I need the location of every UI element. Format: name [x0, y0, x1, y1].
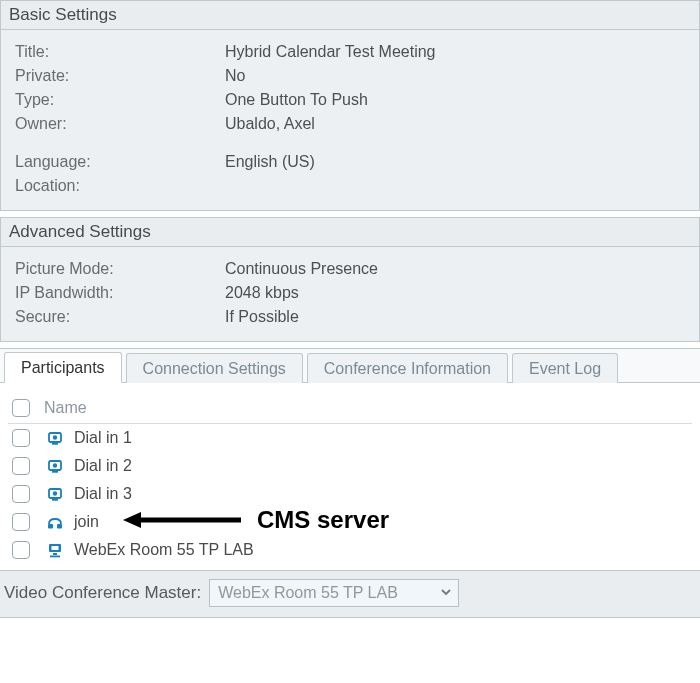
svg-rect-14 [52, 546, 59, 550]
row-checkbox[interactable] [12, 457, 30, 475]
field-label: IP Bandwidth: [15, 284, 225, 302]
field-value: English (US) [225, 153, 315, 171]
basic-row: Owner: Ubaldo, Axel [15, 112, 685, 136]
participant-row[interactable]: Dial in 1 [8, 424, 692, 452]
field-value: One Button To Push [225, 91, 368, 109]
field-label: Title: [15, 43, 225, 61]
participants-list: Name Dial in 1 Dial in 2 Dial in 3 [0, 383, 700, 570]
participant-name: Dial in 1 [74, 429, 132, 447]
field-label: Location: [15, 177, 225, 195]
tabstrip: Participants Connection Settings Confere… [0, 349, 700, 383]
basic-row: Private: No [15, 64, 685, 88]
advanced-row: Picture Mode: Continuous Presence [15, 257, 685, 281]
advanced-settings-body: Picture Mode: Continuous Presence IP Ban… [1, 247, 699, 341]
field-value: No [225, 67, 245, 85]
svg-point-7 [53, 491, 57, 495]
svg-rect-15 [53, 553, 57, 555]
participant-name: WebEx Room 55 TP LAB [74, 541, 254, 559]
row-checkbox[interactable] [12, 541, 30, 559]
svg-marker-12 [123, 512, 141, 528]
participant-name: join [74, 513, 99, 531]
annotation-text: CMS server [257, 506, 389, 534]
row-checkbox[interactable] [12, 485, 30, 503]
svg-point-4 [53, 463, 57, 467]
participant-row[interactable]: Dial in 3 [8, 480, 692, 508]
advanced-row: IP Bandwidth: 2048 kbps [15, 281, 685, 305]
dialin-icon [44, 485, 66, 503]
dialin-icon [44, 429, 66, 447]
basic-row: Title: Hybrid Calendar Test Meeting [15, 40, 685, 64]
join-icon [44, 513, 66, 531]
svg-rect-16 [50, 556, 60, 558]
dialin-icon [44, 457, 66, 475]
vcm-select[interactable]: WebEx Room 55 TP LAB [209, 579, 459, 607]
row-checkbox[interactable] [12, 513, 30, 531]
svg-rect-8 [52, 499, 58, 501]
participants-section: Participants Connection Settings Confere… [0, 348, 700, 618]
video-conference-master-row: Video Conference Master: WebEx Room 55 T… [0, 570, 700, 617]
field-label: Type: [15, 91, 225, 109]
field-label: Private: [15, 67, 225, 85]
column-header-name: Name [44, 399, 87, 417]
field-value: Continuous Presence [225, 260, 378, 278]
advanced-settings-title: Advanced Settings [1, 218, 699, 247]
basic-row: Location: [15, 174, 685, 198]
basic-row: Type: One Button To Push [15, 88, 685, 112]
participant-row[interactable]: WebEx Room 55 TP LAB [8, 536, 692, 564]
participant-row[interactable]: join CMS server [8, 508, 692, 536]
tab-event-log[interactable]: Event Log [512, 353, 618, 383]
basic-settings-panel: Basic Settings Title: Hybrid Calendar Te… [0, 0, 700, 211]
tab-connection-settings[interactable]: Connection Settings [126, 353, 303, 383]
svg-point-1 [53, 435, 57, 439]
field-value: 2048 kbps [225, 284, 299, 302]
field-label: Owner: [15, 115, 225, 133]
field-value: Ubaldo, Axel [225, 115, 315, 133]
advanced-settings-panel: Advanced Settings Picture Mode: Continuo… [0, 217, 700, 342]
vcm-selected-value: WebEx Room 55 TP LAB [218, 584, 398, 602]
endpoint-icon [44, 541, 66, 559]
svg-rect-2 [52, 443, 58, 445]
field-label: Secure: [15, 308, 225, 326]
field-value: If Possible [225, 308, 299, 326]
participant-name: Dial in 2 [74, 457, 132, 475]
field-label: Language: [15, 153, 225, 171]
select-all-checkbox[interactable] [12, 399, 30, 417]
participant-row[interactable]: Dial in 2 [8, 452, 692, 480]
svg-rect-5 [52, 471, 58, 473]
field-label: Picture Mode: [15, 260, 225, 278]
basic-row: Language: English (US) [15, 150, 685, 174]
participants-header-row: Name [8, 393, 692, 424]
chevron-down-icon [440, 586, 452, 601]
svg-rect-10 [57, 524, 62, 529]
svg-rect-9 [48, 524, 53, 529]
vcm-label: Video Conference Master: [4, 583, 201, 603]
basic-settings-body: Title: Hybrid Calendar Test Meeting Priv… [1, 30, 699, 210]
advanced-row: Secure: If Possible [15, 305, 685, 329]
tab-participants[interactable]: Participants [4, 352, 122, 383]
tab-conference-information[interactable]: Conference Information [307, 353, 508, 383]
participant-name: Dial in 3 [74, 485, 132, 503]
field-value: Hybrid Calendar Test Meeting [225, 43, 435, 61]
row-checkbox[interactable] [12, 429, 30, 447]
basic-settings-title: Basic Settings [1, 1, 699, 30]
annotation-cms-server: CMS server [123, 506, 389, 534]
